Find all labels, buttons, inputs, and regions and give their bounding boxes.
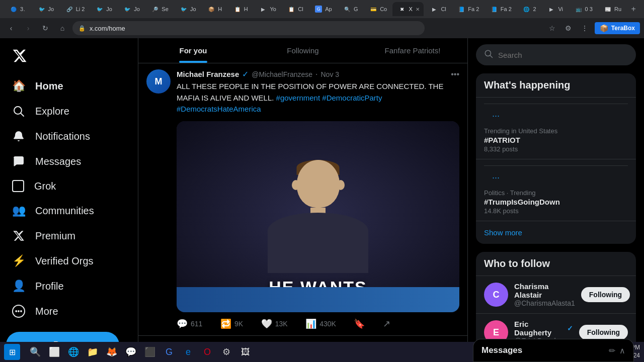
- browser-tab[interactable]: ▶Cl: [425, 2, 451, 16]
- browser-tab[interactable]: 📦H: [202, 2, 227, 16]
- tab-for-you[interactable]: For you: [138, 38, 248, 63]
- follow-button-2[interactable]: Following: [579, 325, 628, 340]
- browser-tab[interactable]: 🐦Jo: [90, 2, 117, 16]
- retweet-icon: 🔁: [220, 318, 231, 329]
- browser-tab[interactable]: 📘Fa 2: [452, 2, 484, 16]
- tweet-author-handle: @MichaelFranzese: [252, 70, 312, 78]
- taskbar-file-explorer[interactable]: 📁: [84, 343, 102, 361]
- taskbar-settings[interactable]: ⚙: [217, 343, 235, 361]
- comment-action[interactable]: 💬 611: [177, 318, 202, 329]
- browser-tab[interactable]: GAp: [309, 2, 337, 16]
- browser-tab[interactable]: 📋Cl: [282, 2, 308, 16]
- home-button[interactable]: ⌂: [55, 21, 69, 35]
- terabox-button[interactable]: 📦 TeraBox: [595, 22, 640, 34]
- browser-tab-active[interactable]: ✖X ✕: [392, 2, 424, 16]
- taskbar-opera[interactable]: O: [198, 343, 216, 361]
- sidebar-item-home[interactable]: 🏠 Home: [6, 73, 132, 99]
- trending-item-2-more-icon[interactable]: ⋯: [484, 165, 628, 189]
- trending-meta-2: Politics · Trending: [484, 189, 628, 197]
- browser-tab[interactable]: 🔍G: [338, 2, 363, 16]
- tweet-body: Michael Franzese ✓ @MichaelFranzese · No…: [177, 69, 459, 329]
- main-feed: For you Following Fanfare Patriots! M Mi…: [138, 38, 468, 342]
- sidebar-item-profile[interactable]: 👤 Profile: [6, 274, 132, 299]
- trending-item-2[interactable]: ⋯ Politics · Trending #TrumpIsGoingDown …: [476, 159, 636, 221]
- new-tab-button[interactable]: +: [627, 2, 640, 16]
- follow-item-1[interactable]: C Charisma Alastair @CharismaAlasta1 Fol…: [476, 276, 636, 313]
- extension-icon[interactable]: ⚙: [561, 21, 576, 35]
- tweet-image-bg: HE WANTS: [177, 121, 459, 312]
- start-button[interactable]: ⊞: [4, 344, 20, 360]
- browser-tab[interactable]: 📰Ru: [598, 2, 626, 16]
- browser-tab[interactable]: 🐦Jo: [32, 2, 59, 16]
- address-bar[interactable]: 🔒 x.com/home: [72, 21, 425, 35]
- url-text: x.com/home: [90, 25, 125, 32]
- sidebar-item-communities[interactable]: 👥 Communities: [6, 198, 132, 223]
- profile-label: Profile: [35, 281, 64, 292]
- share-icon: ↗: [383, 318, 390, 329]
- browser-tab[interactable]: 🐦Jo: [118, 2, 144, 16]
- tab-fanfare[interactable]: Fanfare Patriots!: [358, 38, 467, 63]
- post-button[interactable]: Post: [6, 332, 119, 342]
- verified-badge-2: ✓: [567, 324, 573, 332]
- browser-tab[interactable]: 🔗Li 2: [60, 2, 90, 16]
- taskbar-browser[interactable]: 🌐: [64, 343, 83, 361]
- taskbar-terminal[interactable]: ⬛: [141, 343, 159, 361]
- back-button[interactable]: ‹: [4, 21, 18, 35]
- browser-tab[interactable]: 💳Co: [364, 2, 391, 16]
- taskbar-chat[interactable]: 💬: [122, 343, 140, 361]
- svg-line-3: [490, 55, 493, 58]
- sidebar-item-verified-orgs[interactable]: ⚡ Verified Orgs: [6, 248, 132, 274]
- communities-label: Communities: [35, 205, 94, 217]
- trending-item-1[interactable]: ⋯ Trending in United States #PATRIOT 8,3…: [476, 97, 636, 159]
- retweet-action[interactable]: 🔁 9K: [220, 318, 243, 329]
- share-action[interactable]: ↗: [383, 318, 390, 329]
- search-box[interactable]: [476, 44, 636, 65]
- sidebar-item-more[interactable]: ••• More: [6, 299, 132, 324]
- bookmark-action[interactable]: 🔖: [354, 318, 365, 329]
- browser-tab[interactable]: 📋H: [228, 2, 253, 16]
- follow-item-2[interactable]: E Eric Daugherty ✓ @EricLDaugh Following: [476, 313, 636, 342]
- menu-icon[interactable]: ⋮: [578, 21, 592, 35]
- taskbar-chrome[interactable]: G: [160, 343, 178, 361]
- browser-tab[interactable]: 📘Fa 2: [485, 2, 516, 16]
- trending-show-more-button[interactable]: Show more: [476, 221, 636, 244]
- browser-tabs: 🔵31 🐦Jo 🔗Li 2 🐦Jo 🐦Jo 🔎Se 🐦Jo 📦H 📋H ▶Yo: [0, 0, 644, 18]
- x-logo[interactable]: [6, 42, 132, 71]
- tweet-more-button[interactable]: •••: [451, 70, 459, 79]
- messages-collapse-icon[interactable]: ∧: [619, 346, 625, 355]
- browser-tab[interactable]: ▶Vi: [542, 2, 568, 16]
- taskbar-firefox[interactable]: 🦊: [103, 343, 121, 361]
- sidebar-item-grok[interactable]: Grok: [6, 174, 132, 198]
- hashtag-2[interactable]: #DemocraticParty: [322, 94, 382, 102]
- taskbar-edge[interactable]: e: [179, 343, 197, 361]
- follow-button-1[interactable]: Following: [581, 287, 630, 302]
- trending-item-more-icon[interactable]: ⋯: [484, 104, 628, 127]
- taskbar-search[interactable]: 🔍: [26, 343, 44, 361]
- hashtag-3[interactable]: #DemocratsHateAmerica: [177, 105, 261, 113]
- sidebar-item-notifications[interactable]: Notifications: [6, 124, 132, 149]
- sidebar-item-premium[interactable]: Premium: [6, 223, 132, 248]
- forward-button[interactable]: ›: [21, 21, 35, 35]
- browser-tab[interactable]: 📺0 3: [569, 2, 597, 16]
- tweet-actions: 💬 611 🔁 9K 🤍 13K 📊 430K: [177, 318, 390, 329]
- views-action[interactable]: 📊 430K: [305, 318, 336, 329]
- person-shoulders: [268, 213, 368, 273]
- comment-count: 611: [191, 320, 202, 328]
- browser-tab[interactable]: 🌐2: [517, 2, 541, 16]
- search-input[interactable]: [498, 51, 628, 59]
- browser-tab[interactable]: 🐦Jo: [174, 2, 201, 16]
- sidebar-item-explore[interactable]: Explore: [6, 99, 132, 124]
- browser-tab[interactable]: 🔵31: [4, 2, 31, 16]
- reload-button[interactable]: ↻: [38, 21, 52, 35]
- sidebar-item-messages[interactable]: Messages: [6, 149, 132, 174]
- star-icon[interactable]: ☆: [545, 21, 559, 35]
- taskbar-photos[interactable]: 🖼: [236, 343, 255, 361]
- messages-compose-icon[interactable]: ✏: [609, 346, 615, 355]
- taskbar-taskview[interactable]: ⬜: [45, 343, 63, 361]
- person-head: [297, 160, 340, 208]
- like-action[interactable]: 🤍 13K: [261, 318, 288, 329]
- tab-following[interactable]: Following: [248, 38, 358, 63]
- browser-tab[interactable]: 🔎Se: [145, 2, 173, 16]
- browser-tab[interactable]: ▶Yo: [254, 2, 281, 16]
- hashtag-1[interactable]: #government: [276, 94, 320, 102]
